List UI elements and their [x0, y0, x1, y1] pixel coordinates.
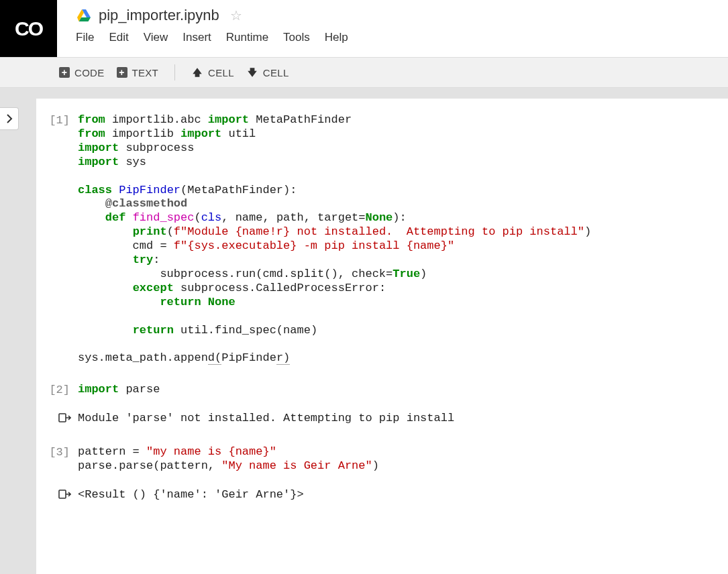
- title-row: pip_importer.ipynb ☆: [76, 7, 728, 24]
- menu-help[interactable]: Help: [325, 31, 348, 44]
- output-icon: [58, 412, 71, 425]
- sidebar-toggle-button[interactable]: [0, 107, 19, 130]
- arrow-up-icon: [191, 66, 203, 78]
- svg-rect-0: [59, 414, 66, 422]
- output-icon: [58, 488, 71, 502]
- menu-tools[interactable]: Tools: [283, 31, 310, 44]
- output-text: Module 'parse' not installed. Attempting…: [78, 412, 454, 428]
- arrow-down-icon: [246, 66, 258, 78]
- plus-icon: +: [117, 67, 127, 78]
- header: CO pip_importer.ipynb ☆ File Edit View I…: [0, 0, 728, 57]
- toolbar: + CODE + TEXT CELL CELL: [0, 57, 728, 88]
- code-cell[interactable]: [2] import parse Module 'parse' not inst…: [36, 383, 716, 428]
- svg-rect-1: [59, 490, 66, 498]
- cell-prompt: [1]: [36, 113, 78, 365]
- add-code-button[interactable]: + CODE: [59, 67, 105, 78]
- menu-runtime[interactable]: Runtime: [226, 31, 268, 44]
- cell-output: <Result () {'name': 'Geir Arne'}>: [36, 488, 716, 504]
- menu-edit[interactable]: Edit: [109, 31, 128, 44]
- cell-prompt: [3]: [36, 445, 78, 473]
- plus-icon: +: [59, 67, 70, 78]
- toolbar-divider: [174, 64, 175, 80]
- code-cell[interactable]: [3] pattern = "my name is {name}" parse.…: [36, 445, 716, 504]
- cell-code[interactable]: from importlib.abc import MetaPathFinder…: [78, 113, 591, 365]
- cell-code[interactable]: import parse: [78, 383, 160, 397]
- add-text-button[interactable]: + TEXT: [117, 67, 159, 78]
- menu-bar: File Edit View Insert Runtime Tools Help: [76, 31, 728, 44]
- colab-logo[interactable]: CO: [0, 0, 57, 57]
- content-area: [1] from importlib.abc import MetaPathFi…: [0, 88, 728, 574]
- menu-file[interactable]: File: [76, 31, 94, 44]
- move-cell-down-button[interactable]: CELL: [246, 66, 289, 78]
- code-cell[interactable]: [1] from importlib.abc import MetaPathFi…: [36, 113, 716, 365]
- move-cell-up-button[interactable]: CELL: [191, 66, 234, 78]
- file-title[interactable]: pip_importer.ipynb: [99, 7, 219, 24]
- cell-output: Module 'parse' not installed. Attempting…: [36, 412, 716, 428]
- cell-prompt: [2]: [36, 383, 78, 397]
- star-icon[interactable]: ☆: [230, 7, 242, 23]
- output-text: <Result () {'name': 'Geir Arne'}>: [78, 488, 304, 504]
- notebook: [1] from importlib.abc import MetaPathFi…: [36, 99, 728, 574]
- menu-view[interactable]: View: [144, 31, 168, 44]
- menu-insert[interactable]: Insert: [183, 31, 211, 44]
- cell-code[interactable]: pattern = "my name is {name}" parse.pars…: [78, 445, 379, 473]
- google-drive-icon: [76, 7, 92, 23]
- chevron-right-icon: [6, 114, 13, 123]
